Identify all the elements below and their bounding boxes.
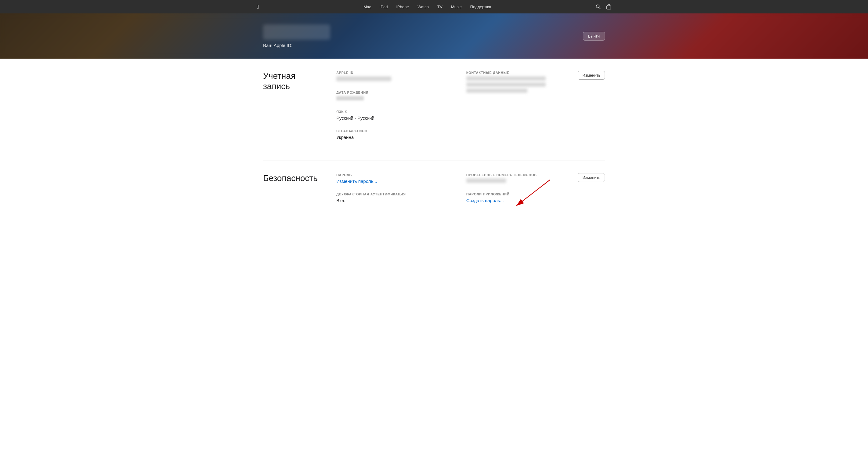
signout-button[interactable]: Выйти bbox=[583, 32, 605, 40]
account-change-button[interactable]: Изменить bbox=[578, 71, 605, 80]
password-label: ПАРОЛЬ bbox=[336, 173, 448, 177]
security-change-button[interactable]: Изменить bbox=[578, 173, 605, 182]
bag-icon bbox=[606, 4, 611, 9]
bag-button[interactable] bbox=[606, 4, 611, 9]
apple-id-label: Ваш Apple ID: bbox=[263, 43, 330, 48]
search-button[interactable] bbox=[596, 4, 601, 9]
two-factor-field: ДВУХФАКТОРНАЯ АУТЕНТИФИКАЦИЯ Вкл. bbox=[336, 192, 448, 203]
svg-rect-2 bbox=[607, 6, 611, 9]
language-value: Русский - Русский bbox=[336, 115, 448, 121]
apple-id-field: APPLE ID bbox=[336, 71, 448, 82]
account-section-action: Изменить bbox=[578, 71, 605, 148]
nav-music[interactable]: Music bbox=[451, 5, 462, 9]
contacts-label: КОНТАКТНЫЕ ДАННЫЕ bbox=[466, 71, 578, 74]
apple-id-label: APPLE ID bbox=[336, 71, 448, 74]
contacts-value bbox=[466, 76, 578, 93]
svg-line-1 bbox=[599, 8, 601, 9]
app-passwords-field: ПАРОЛИ ПРИЛОЖЕНИЙ Создать пароль... bbox=[466, 192, 578, 203]
nav-iphone[interactable]: iPhone bbox=[397, 5, 409, 9]
nav-watch[interactable]: Watch bbox=[417, 5, 429, 9]
avatar-placeholder bbox=[263, 24, 330, 40]
account-section-title: Учетная запись bbox=[263, 71, 336, 148]
app-passwords-label: ПАРОЛИ ПРИЛОЖЕНИЙ bbox=[466, 192, 578, 196]
verified-phones-label: ПРОВЕРЕННЫЕ НОМЕРА ТЕЛЕФОНОВ bbox=[466, 173, 578, 177]
security-section: Безопасность ПАРОЛЬ Изменить пароль... Д… bbox=[263, 161, 605, 224]
account-section: Учетная запись APPLE ID ДАТА РОЖДЕНИЯ bbox=[263, 59, 605, 161]
language-field: ЯЗЫК Русский - Русский bbox=[336, 110, 448, 121]
security-section-action: Изменить bbox=[578, 173, 605, 212]
country-label: СТРАНА/РЕГИОН bbox=[336, 129, 448, 133]
main-content: Учетная запись APPLE ID ДАТА РОЖДЕНИЯ bbox=[251, 59, 617, 224]
nav-support[interactable]: Поддержка bbox=[470, 5, 491, 9]
change-password-link[interactable]: Изменить пароль... bbox=[336, 179, 377, 184]
password-field: ПАРОЛЬ Изменить пароль... bbox=[336, 173, 448, 184]
contacts-blurred-2 bbox=[466, 83, 546, 87]
account-right-column: КОНТАКТНЫЕ ДАННЫЕ bbox=[466, 71, 578, 148]
contacts-blurred-3 bbox=[466, 89, 527, 93]
apple-logo-icon[interactable]:  bbox=[257, 4, 259, 10]
contacts-blurred-1 bbox=[466, 76, 546, 81]
apple-id-blurred bbox=[336, 76, 391, 81]
phone-blurred bbox=[466, 179, 506, 183]
account-left-column: APPLE ID ДАТА РОЖДЕНИЯ ЯЗЫК Русский - Ру… bbox=[336, 71, 448, 148]
search-icon bbox=[596, 4, 601, 9]
account-section-body: APPLE ID ДАТА РОЖДЕНИЯ ЯЗЫК Русский - Ру… bbox=[336, 71, 578, 148]
security-section-body: ПАРОЛЬ Изменить пароль... ДВУХФАКТОРНАЯ … bbox=[336, 173, 578, 212]
verified-phones-field: ПРОВЕРЕННЫЕ НОМЕРА ТЕЛЕФОНОВ bbox=[466, 173, 578, 184]
two-factor-label: ДВУХФАКТОРНАЯ АУТЕНТИФИКАЦИЯ bbox=[336, 192, 448, 196]
password-value: Изменить пароль... bbox=[336, 179, 448, 184]
language-label: ЯЗЫК bbox=[336, 110, 448, 114]
security-right-column: ПРОВЕРЕННЫЕ НОМЕРА ТЕЛЕФОНОВ ПАРОЛИ ПРИЛ… bbox=[466, 173, 578, 212]
main-nav:  Mac iPad iPhone Watch TV Music Поддерж… bbox=[0, 0, 868, 13]
security-section-title: Безопасность bbox=[263, 173, 336, 212]
contacts-field: КОНТАКТНЫЕ ДАННЫЕ bbox=[466, 71, 578, 93]
apple-id-value bbox=[336, 76, 448, 82]
create-password-link[interactable]: Создать пароль... bbox=[466, 198, 504, 203]
dob-label: ДАТА РОЖДЕНИЯ bbox=[336, 91, 448, 94]
country-field: СТРАНА/РЕГИОН Украина bbox=[336, 129, 448, 140]
dob-blurred bbox=[336, 96, 364, 100]
security-left-column: ПАРОЛЬ Изменить пароль... ДВУХФАКТОРНАЯ … bbox=[336, 173, 448, 212]
nav-ipad[interactable]: iPad bbox=[380, 5, 388, 9]
app-passwords-value: Создать пароль... bbox=[466, 198, 578, 203]
dob-field: ДАТА РОЖДЕНИЯ bbox=[336, 91, 448, 101]
nav-mac[interactable]: Mac bbox=[364, 5, 371, 9]
dob-value bbox=[336, 96, 448, 101]
hero-banner: Ваш Apple ID: Выйти bbox=[0, 13, 868, 59]
verified-phones-value bbox=[466, 179, 578, 184]
nav-tv[interactable]: TV bbox=[437, 5, 442, 9]
country-value: Украина bbox=[336, 134, 448, 140]
two-factor-value: Вкл. bbox=[336, 198, 448, 203]
hero-left: Ваш Apple ID: bbox=[263, 24, 330, 48]
